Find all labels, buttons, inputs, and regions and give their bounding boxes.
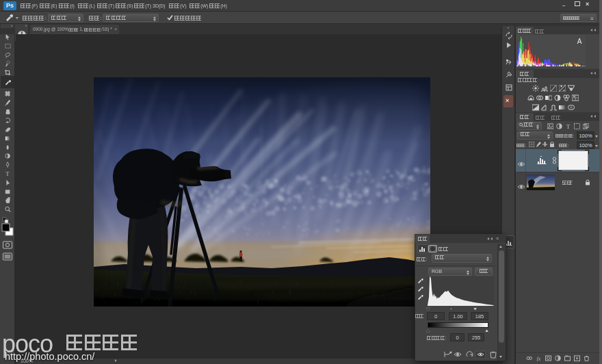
svg-text:T: T <box>566 123 571 129</box>
svg-text:A: A <box>577 38 582 45</box>
svg-text:T: T <box>5 170 10 177</box>
svg-text:fx: fx <box>537 356 541 361</box>
